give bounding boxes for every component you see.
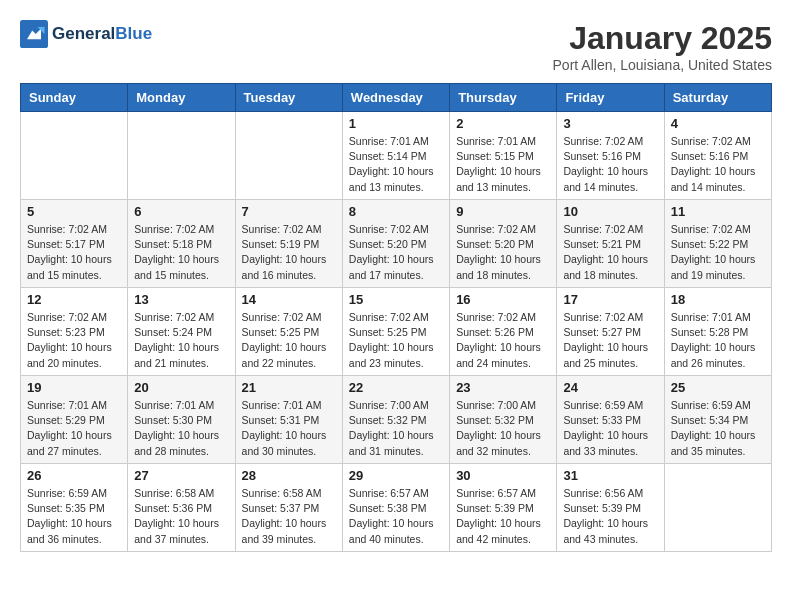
calendar-cell: 20Sunrise: 7:01 AM Sunset: 5:30 PM Dayli…: [128, 376, 235, 464]
logo-icon: [20, 20, 48, 48]
day-number: 20: [134, 380, 228, 395]
day-info: Sunrise: 7:02 AM Sunset: 5:20 PM Dayligh…: [456, 222, 550, 283]
calendar-cell: 25Sunrise: 6:59 AM Sunset: 5:34 PM Dayli…: [664, 376, 771, 464]
weekday-header-friday: Friday: [557, 84, 664, 112]
calendar-cell: 22Sunrise: 7:00 AM Sunset: 5:32 PM Dayli…: [342, 376, 449, 464]
day-number: 29: [349, 468, 443, 483]
day-number: 5: [27, 204, 121, 219]
calendar-cell: 11Sunrise: 7:02 AM Sunset: 5:22 PM Dayli…: [664, 200, 771, 288]
day-info: Sunrise: 7:02 AM Sunset: 5:17 PM Dayligh…: [27, 222, 121, 283]
day-number: 28: [242, 468, 336, 483]
day-number: 31: [563, 468, 657, 483]
day-info: Sunrise: 7:01 AM Sunset: 5:15 PM Dayligh…: [456, 134, 550, 195]
day-number: 16: [456, 292, 550, 307]
logo-blue: Blue: [115, 24, 152, 43]
calendar-cell: 24Sunrise: 6:59 AM Sunset: 5:33 PM Dayli…: [557, 376, 664, 464]
calendar-cell: 26Sunrise: 6:59 AM Sunset: 5:35 PM Dayli…: [21, 464, 128, 552]
day-number: 21: [242, 380, 336, 395]
day-info: Sunrise: 7:02 AM Sunset: 5:26 PM Dayligh…: [456, 310, 550, 371]
day-info: Sunrise: 6:59 AM Sunset: 5:35 PM Dayligh…: [27, 486, 121, 547]
calendar-cell: [128, 112, 235, 200]
day-number: 24: [563, 380, 657, 395]
weekday-header-thursday: Thursday: [450, 84, 557, 112]
day-info: Sunrise: 7:02 AM Sunset: 5:18 PM Dayligh…: [134, 222, 228, 283]
calendar-table: SundayMondayTuesdayWednesdayThursdayFrid…: [20, 83, 772, 552]
day-info: Sunrise: 7:02 AM Sunset: 5:21 PM Dayligh…: [563, 222, 657, 283]
day-info: Sunrise: 7:02 AM Sunset: 5:22 PM Dayligh…: [671, 222, 765, 283]
weekday-header-tuesday: Tuesday: [235, 84, 342, 112]
day-number: 4: [671, 116, 765, 131]
calendar-cell: 30Sunrise: 6:57 AM Sunset: 5:39 PM Dayli…: [450, 464, 557, 552]
weekday-header-sunday: Sunday: [21, 84, 128, 112]
day-info: Sunrise: 6:58 AM Sunset: 5:36 PM Dayligh…: [134, 486, 228, 547]
day-info: Sunrise: 7:02 AM Sunset: 5:24 PM Dayligh…: [134, 310, 228, 371]
location-text: Port Allen, Louisiana, United States: [553, 57, 772, 73]
title-block: January 2025 Port Allen, Louisiana, Unit…: [553, 20, 772, 73]
calendar-cell: 14Sunrise: 7:02 AM Sunset: 5:25 PM Dayli…: [235, 288, 342, 376]
calendar-cell: 1Sunrise: 7:01 AM Sunset: 5:14 PM Daylig…: [342, 112, 449, 200]
day-number: 6: [134, 204, 228, 219]
calendar-week-row: 1Sunrise: 7:01 AM Sunset: 5:14 PM Daylig…: [21, 112, 772, 200]
day-number: 13: [134, 292, 228, 307]
day-number: 3: [563, 116, 657, 131]
day-info: Sunrise: 7:02 AM Sunset: 5:27 PM Dayligh…: [563, 310, 657, 371]
day-number: 9: [456, 204, 550, 219]
day-info: Sunrise: 7:02 AM Sunset: 5:20 PM Dayligh…: [349, 222, 443, 283]
weekday-header-row: SundayMondayTuesdayWednesdayThursdayFrid…: [21, 84, 772, 112]
day-info: Sunrise: 7:02 AM Sunset: 5:25 PM Dayligh…: [349, 310, 443, 371]
day-number: 30: [456, 468, 550, 483]
day-number: 7: [242, 204, 336, 219]
calendar-week-row: 12Sunrise: 7:02 AM Sunset: 5:23 PM Dayli…: [21, 288, 772, 376]
day-number: 18: [671, 292, 765, 307]
calendar-cell: 2Sunrise: 7:01 AM Sunset: 5:15 PM Daylig…: [450, 112, 557, 200]
calendar-cell: 16Sunrise: 7:02 AM Sunset: 5:26 PM Dayli…: [450, 288, 557, 376]
day-number: 8: [349, 204, 443, 219]
calendar-cell: 28Sunrise: 6:58 AM Sunset: 5:37 PM Dayli…: [235, 464, 342, 552]
calendar-week-row: 26Sunrise: 6:59 AM Sunset: 5:35 PM Dayli…: [21, 464, 772, 552]
day-number: 22: [349, 380, 443, 395]
day-info: Sunrise: 7:01 AM Sunset: 5:31 PM Dayligh…: [242, 398, 336, 459]
weekday-header-saturday: Saturday: [664, 84, 771, 112]
calendar-cell: 29Sunrise: 6:57 AM Sunset: 5:38 PM Dayli…: [342, 464, 449, 552]
day-info: Sunrise: 6:57 AM Sunset: 5:39 PM Dayligh…: [456, 486, 550, 547]
calendar-cell: 8Sunrise: 7:02 AM Sunset: 5:20 PM Daylig…: [342, 200, 449, 288]
day-number: 27: [134, 468, 228, 483]
day-number: 26: [27, 468, 121, 483]
calendar-cell: 12Sunrise: 7:02 AM Sunset: 5:23 PM Dayli…: [21, 288, 128, 376]
calendar-week-row: 19Sunrise: 7:01 AM Sunset: 5:29 PM Dayli…: [21, 376, 772, 464]
day-number: 14: [242, 292, 336, 307]
day-number: 10: [563, 204, 657, 219]
calendar-cell: 15Sunrise: 7:02 AM Sunset: 5:25 PM Dayli…: [342, 288, 449, 376]
calendar-cell: 4Sunrise: 7:02 AM Sunset: 5:16 PM Daylig…: [664, 112, 771, 200]
page-header: GeneralBlue January 2025 Port Allen, Lou…: [20, 20, 772, 73]
day-number: 11: [671, 204, 765, 219]
calendar-cell: 10Sunrise: 7:02 AM Sunset: 5:21 PM Dayli…: [557, 200, 664, 288]
calendar-cell: [664, 464, 771, 552]
calendar-cell: [21, 112, 128, 200]
day-info: Sunrise: 7:02 AM Sunset: 5:16 PM Dayligh…: [671, 134, 765, 195]
day-info: Sunrise: 7:00 AM Sunset: 5:32 PM Dayligh…: [456, 398, 550, 459]
calendar-cell: 23Sunrise: 7:00 AM Sunset: 5:32 PM Dayli…: [450, 376, 557, 464]
weekday-header-wednesday: Wednesday: [342, 84, 449, 112]
day-info: Sunrise: 7:02 AM Sunset: 5:25 PM Dayligh…: [242, 310, 336, 371]
day-number: 23: [456, 380, 550, 395]
day-info: Sunrise: 6:56 AM Sunset: 5:39 PM Dayligh…: [563, 486, 657, 547]
day-info: Sunrise: 7:01 AM Sunset: 5:30 PM Dayligh…: [134, 398, 228, 459]
calendar-cell: 21Sunrise: 7:01 AM Sunset: 5:31 PM Dayli…: [235, 376, 342, 464]
month-title: January 2025: [553, 20, 772, 57]
day-number: 19: [27, 380, 121, 395]
day-number: 17: [563, 292, 657, 307]
calendar-cell: 6Sunrise: 7:02 AM Sunset: 5:18 PM Daylig…: [128, 200, 235, 288]
logo-text-block: GeneralBlue: [52, 25, 152, 44]
day-info: Sunrise: 7:02 AM Sunset: 5:23 PM Dayligh…: [27, 310, 121, 371]
day-info: Sunrise: 6:58 AM Sunset: 5:37 PM Dayligh…: [242, 486, 336, 547]
day-info: Sunrise: 6:57 AM Sunset: 5:38 PM Dayligh…: [349, 486, 443, 547]
calendar-cell: 18Sunrise: 7:01 AM Sunset: 5:28 PM Dayli…: [664, 288, 771, 376]
logo-general: General: [52, 24, 115, 43]
calendar-cell: 19Sunrise: 7:01 AM Sunset: 5:29 PM Dayli…: [21, 376, 128, 464]
day-number: 1: [349, 116, 443, 131]
day-info: Sunrise: 6:59 AM Sunset: 5:33 PM Dayligh…: [563, 398, 657, 459]
calendar-cell: 5Sunrise: 7:02 AM Sunset: 5:17 PM Daylig…: [21, 200, 128, 288]
logo: GeneralBlue: [20, 20, 152, 48]
day-number: 2: [456, 116, 550, 131]
